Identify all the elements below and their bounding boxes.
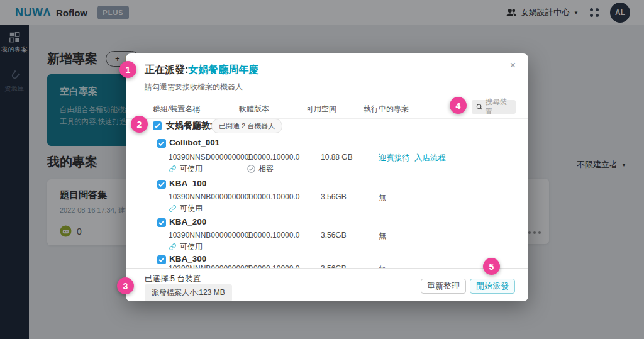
device-detail-row: 10390NNNB0000000000 1.0000.10000.0 3.56G…	[126, 264, 528, 269]
refresh-button[interactable]: 重新整理	[421, 279, 466, 294]
column-header-running-project: 執行中的專案	[364, 104, 409, 114]
annotation-badge-4: 4	[450, 97, 467, 114]
link-icon	[169, 204, 177, 213]
device-version: 1.0000.10000.0	[247, 231, 299, 240]
annotation-badge-5: 5	[483, 258, 500, 275]
device-space: 3.56GB	[321, 264, 347, 269]
device-serial: 10390NNNB0000000000	[169, 192, 253, 201]
dispatch-project-name: 女媧餐廳周年慶	[188, 64, 258, 75]
group-checkbox[interactable]	[153, 121, 162, 130]
device-checkbox[interactable]	[157, 139, 166, 148]
device-serial: 10390NNNB0000000000	[169, 264, 253, 269]
device-status-row: 可使用	[126, 242, 528, 254]
annotation-badge-1: 1	[119, 61, 136, 78]
running-project-link[interactable]: 迎賓接待_入店流程	[379, 153, 446, 164]
device-name: KBA_100	[169, 179, 206, 188]
column-header-space: 可用空間	[306, 104, 336, 114]
running-project-none: 無	[379, 264, 386, 269]
device-row: Collibot_001	[126, 138, 528, 151]
device-checkbox[interactable]	[157, 218, 166, 227]
annotation-badge-2: 2	[131, 116, 148, 133]
device-name: KBA_200	[169, 217, 206, 226]
device-space: 10.88 GB	[321, 153, 353, 162]
device-checkbox[interactable]	[157, 255, 166, 264]
device-status-row: 可使用	[126, 203, 528, 216]
device-status-row: 可使用 相容	[126, 164, 528, 176]
availability-label: 可使用	[180, 164, 203, 174]
device-row: KBA_200	[126, 218, 528, 230]
device-space: 3.56GB	[321, 231, 347, 240]
check-circle-icon	[247, 165, 255, 173]
search-input[interactable]: 搜尋裝置	[472, 100, 516, 114]
availability-label: 可使用	[180, 242, 203, 252]
device-name: Collibot_001	[169, 138, 219, 147]
modal-title: 正在派發:女媧餐廳周年慶	[145, 64, 258, 77]
dispatch-modal: × 正在派發:女媧餐廳周年慶 請勾選需要接收檔案的機器人 群組/裝置名稱 軟體版…	[126, 53, 528, 301]
link-icon	[169, 243, 177, 251]
device-name: KBA_300	[169, 254, 206, 264]
device-list[interactable]: 女媧餐廳敦北店 已開通 2 台機器人 Collibot_001 10390NNS…	[126, 118, 528, 269]
group-robot-count-badge: 已開通 2 台機器人	[211, 119, 282, 133]
device-row: KBA_100	[126, 179, 528, 192]
device-checkbox[interactable]	[157, 180, 166, 189]
dispatch-size-badge: 派發檔案大小:123 MB	[145, 284, 232, 301]
selected-count-text: 已選擇:5 台裝置	[145, 274, 201, 284]
column-header-name: 群組/裝置名稱	[153, 104, 200, 114]
link-icon	[169, 165, 177, 173]
running-project-none: 無	[379, 192, 386, 203]
search-placeholder: 搜尋裝置	[486, 97, 511, 116]
availability-label: 可使用	[180, 203, 203, 214]
compat-label: 相容	[258, 164, 274, 174]
search-icon	[476, 103, 483, 111]
device-version: 1.0000.10000.0	[247, 192, 299, 201]
device-version: 1.0000.10000.0	[247, 153, 299, 162]
device-serial: 10390NNSD0000000000	[169, 153, 253, 162]
annotation-badge-3: 3	[117, 277, 134, 294]
device-serial: 10390NNNB0000000000	[169, 231, 253, 240]
device-version: 1.0000.10000.0	[247, 264, 299, 269]
column-header-version: 軟體版本	[239, 104, 269, 114]
group-row: 女媧餐廳敦北店 已開通 2 台機器人	[126, 121, 528, 133]
modal-subtitle: 請勾選需要接收檔案的機器人	[145, 82, 243, 92]
close-icon[interactable]: ×	[510, 60, 516, 71]
device-space: 3.56GB	[321, 192, 347, 201]
running-project-none: 無	[379, 231, 386, 242]
start-dispatch-button[interactable]: 開始派發	[470, 279, 515, 294]
page: NUWΛ Roflow PLUS 女媧設計中心 ▼ AL 我的專案 資源庫 新增…	[0, 0, 644, 339]
